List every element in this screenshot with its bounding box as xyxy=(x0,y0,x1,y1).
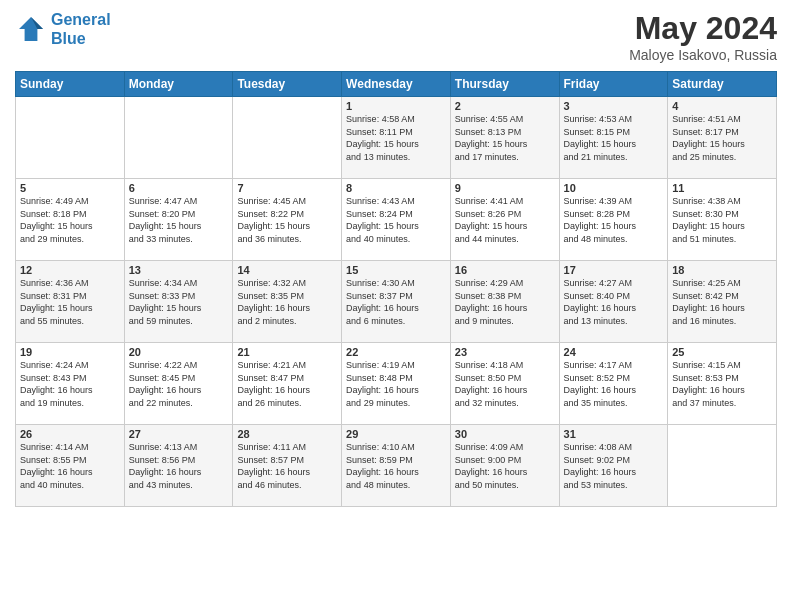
day-info: Sunrise: 4:14 AM Sunset: 8:55 PM Dayligh… xyxy=(20,441,120,491)
day-number: 24 xyxy=(564,346,664,358)
day-number: 30 xyxy=(455,428,555,440)
day-number: 25 xyxy=(672,346,772,358)
day-number: 10 xyxy=(564,182,664,194)
day-info: Sunrise: 4:55 AM Sunset: 8:13 PM Dayligh… xyxy=(455,113,555,163)
day-cell: 10Sunrise: 4:39 AM Sunset: 8:28 PM Dayli… xyxy=(559,179,668,261)
day-info: Sunrise: 4:08 AM Sunset: 9:02 PM Dayligh… xyxy=(564,441,664,491)
day-number: 2 xyxy=(455,100,555,112)
day-cell xyxy=(233,97,342,179)
day-number: 27 xyxy=(129,428,229,440)
day-number: 29 xyxy=(346,428,446,440)
day-info: Sunrise: 4:17 AM Sunset: 8:52 PM Dayligh… xyxy=(564,359,664,409)
title-block: May 2024 Maloye Isakovo, Russia xyxy=(629,10,777,63)
day-cell: 19Sunrise: 4:24 AM Sunset: 8:43 PM Dayli… xyxy=(16,343,125,425)
col-header-saturday: Saturday xyxy=(668,72,777,97)
day-cell: 26Sunrise: 4:14 AM Sunset: 8:55 PM Dayli… xyxy=(16,425,125,507)
day-info: Sunrise: 4:27 AM Sunset: 8:40 PM Dayligh… xyxy=(564,277,664,327)
week-row-2: 5Sunrise: 4:49 AM Sunset: 8:18 PM Daylig… xyxy=(16,179,777,261)
week-row-3: 12Sunrise: 4:36 AM Sunset: 8:31 PM Dayli… xyxy=(16,261,777,343)
day-cell: 3Sunrise: 4:53 AM Sunset: 8:15 PM Daylig… xyxy=(559,97,668,179)
day-number: 4 xyxy=(672,100,772,112)
day-cell xyxy=(668,425,777,507)
day-cell: 16Sunrise: 4:29 AM Sunset: 8:38 PM Dayli… xyxy=(450,261,559,343)
day-cell: 15Sunrise: 4:30 AM Sunset: 8:37 PM Dayli… xyxy=(342,261,451,343)
day-number: 12 xyxy=(20,264,120,276)
day-info: Sunrise: 4:39 AM Sunset: 8:28 PM Dayligh… xyxy=(564,195,664,245)
day-info: Sunrise: 4:49 AM Sunset: 8:18 PM Dayligh… xyxy=(20,195,120,245)
day-info: Sunrise: 4:13 AM Sunset: 8:56 PM Dayligh… xyxy=(129,441,229,491)
day-cell: 9Sunrise: 4:41 AM Sunset: 8:26 PM Daylig… xyxy=(450,179,559,261)
day-cell: 6Sunrise: 4:47 AM Sunset: 8:20 PM Daylig… xyxy=(124,179,233,261)
logo-icon xyxy=(15,13,47,45)
day-cell: 28Sunrise: 4:11 AM Sunset: 8:57 PM Dayli… xyxy=(233,425,342,507)
day-number: 9 xyxy=(455,182,555,194)
day-cell: 31Sunrise: 4:08 AM Sunset: 9:02 PM Dayli… xyxy=(559,425,668,507)
day-info: Sunrise: 4:15 AM Sunset: 8:53 PM Dayligh… xyxy=(672,359,772,409)
day-info: Sunrise: 4:30 AM Sunset: 8:37 PM Dayligh… xyxy=(346,277,446,327)
day-info: Sunrise: 4:36 AM Sunset: 8:31 PM Dayligh… xyxy=(20,277,120,327)
day-cell: 8Sunrise: 4:43 AM Sunset: 8:24 PM Daylig… xyxy=(342,179,451,261)
day-info: Sunrise: 4:58 AM Sunset: 8:11 PM Dayligh… xyxy=(346,113,446,163)
day-number: 6 xyxy=(129,182,229,194)
day-info: Sunrise: 4:19 AM Sunset: 8:48 PM Dayligh… xyxy=(346,359,446,409)
day-info: Sunrise: 4:29 AM Sunset: 8:38 PM Dayligh… xyxy=(455,277,555,327)
day-cell: 12Sunrise: 4:36 AM Sunset: 8:31 PM Dayli… xyxy=(16,261,125,343)
day-number: 3 xyxy=(564,100,664,112)
day-number: 8 xyxy=(346,182,446,194)
page: General Blue May 2024 Maloye Isakovo, Ru… xyxy=(0,0,792,612)
day-number: 17 xyxy=(564,264,664,276)
day-info: Sunrise: 4:09 AM Sunset: 9:00 PM Dayligh… xyxy=(455,441,555,491)
day-cell: 5Sunrise: 4:49 AM Sunset: 8:18 PM Daylig… xyxy=(16,179,125,261)
day-info: Sunrise: 4:41 AM Sunset: 8:26 PM Dayligh… xyxy=(455,195,555,245)
week-row-5: 26Sunrise: 4:14 AM Sunset: 8:55 PM Dayli… xyxy=(16,425,777,507)
day-number: 11 xyxy=(672,182,772,194)
day-number: 20 xyxy=(129,346,229,358)
day-number: 31 xyxy=(564,428,664,440)
day-number: 23 xyxy=(455,346,555,358)
col-header-monday: Monday xyxy=(124,72,233,97)
day-cell: 11Sunrise: 4:38 AM Sunset: 8:30 PM Dayli… xyxy=(668,179,777,261)
day-info: Sunrise: 4:38 AM Sunset: 8:30 PM Dayligh… xyxy=(672,195,772,245)
day-cell: 20Sunrise: 4:22 AM Sunset: 8:45 PM Dayli… xyxy=(124,343,233,425)
day-cell: 13Sunrise: 4:34 AM Sunset: 8:33 PM Dayli… xyxy=(124,261,233,343)
day-number: 22 xyxy=(346,346,446,358)
col-header-thursday: Thursday xyxy=(450,72,559,97)
day-number: 28 xyxy=(237,428,337,440)
logo-text: General Blue xyxy=(51,10,111,48)
day-info: Sunrise: 4:51 AM Sunset: 8:17 PM Dayligh… xyxy=(672,113,772,163)
day-number: 26 xyxy=(20,428,120,440)
logo: General Blue xyxy=(15,10,111,48)
day-info: Sunrise: 4:18 AM Sunset: 8:50 PM Dayligh… xyxy=(455,359,555,409)
day-number: 14 xyxy=(237,264,337,276)
logo-line1: General xyxy=(51,11,111,28)
col-header-tuesday: Tuesday xyxy=(233,72,342,97)
day-info: Sunrise: 4:43 AM Sunset: 8:24 PM Dayligh… xyxy=(346,195,446,245)
day-cell: 22Sunrise: 4:19 AM Sunset: 8:48 PM Dayli… xyxy=(342,343,451,425)
day-cell: 21Sunrise: 4:21 AM Sunset: 8:47 PM Dayli… xyxy=(233,343,342,425)
day-info: Sunrise: 4:22 AM Sunset: 8:45 PM Dayligh… xyxy=(129,359,229,409)
logo-line2: Blue xyxy=(51,30,86,47)
day-info: Sunrise: 4:24 AM Sunset: 8:43 PM Dayligh… xyxy=(20,359,120,409)
day-number: 5 xyxy=(20,182,120,194)
day-number: 1 xyxy=(346,100,446,112)
day-cell: 30Sunrise: 4:09 AM Sunset: 9:00 PM Dayli… xyxy=(450,425,559,507)
day-info: Sunrise: 4:34 AM Sunset: 8:33 PM Dayligh… xyxy=(129,277,229,327)
col-header-sunday: Sunday xyxy=(16,72,125,97)
calendar-subtitle: Maloye Isakovo, Russia xyxy=(629,47,777,63)
day-number: 13 xyxy=(129,264,229,276)
day-cell: 25Sunrise: 4:15 AM Sunset: 8:53 PM Dayli… xyxy=(668,343,777,425)
day-info: Sunrise: 4:53 AM Sunset: 8:15 PM Dayligh… xyxy=(564,113,664,163)
calendar-title: May 2024 xyxy=(629,10,777,47)
day-cell: 17Sunrise: 4:27 AM Sunset: 8:40 PM Dayli… xyxy=(559,261,668,343)
header-row: SundayMondayTuesdayWednesdayThursdayFrid… xyxy=(16,72,777,97)
day-cell: 14Sunrise: 4:32 AM Sunset: 8:35 PM Dayli… xyxy=(233,261,342,343)
col-header-wednesday: Wednesday xyxy=(342,72,451,97)
day-info: Sunrise: 4:45 AM Sunset: 8:22 PM Dayligh… xyxy=(237,195,337,245)
week-row-4: 19Sunrise: 4:24 AM Sunset: 8:43 PM Dayli… xyxy=(16,343,777,425)
day-info: Sunrise: 4:32 AM Sunset: 8:35 PM Dayligh… xyxy=(237,277,337,327)
day-cell: 1Sunrise: 4:58 AM Sunset: 8:11 PM Daylig… xyxy=(342,97,451,179)
day-number: 15 xyxy=(346,264,446,276)
day-info: Sunrise: 4:47 AM Sunset: 8:20 PM Dayligh… xyxy=(129,195,229,245)
day-cell: 7Sunrise: 4:45 AM Sunset: 8:22 PM Daylig… xyxy=(233,179,342,261)
day-number: 19 xyxy=(20,346,120,358)
